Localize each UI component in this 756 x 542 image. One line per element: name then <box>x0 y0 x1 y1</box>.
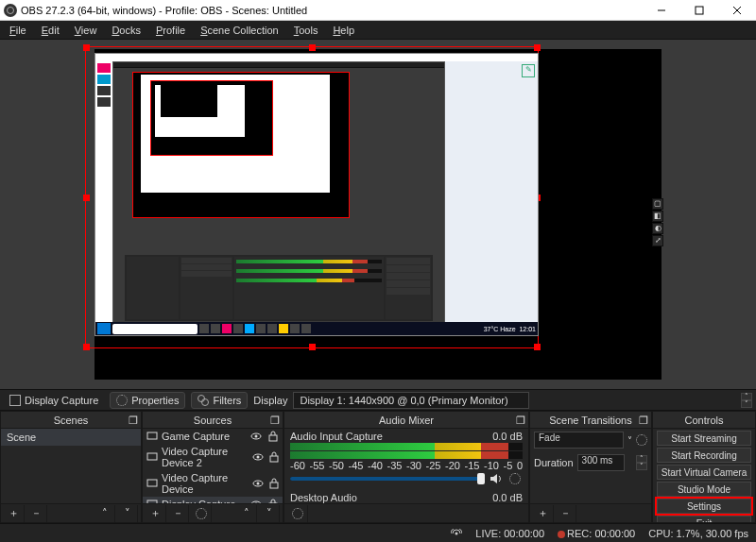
lock-toggle[interactable] <box>269 478 279 489</box>
lock-toggle[interactable] <box>267 431 279 442</box>
menu-docks[interactable]: Docks <box>104 25 148 36</box>
docks-row: Scenes❐ Scene ＋ － ˄ ˅ Sources❐ Game Capt… <box>0 410 756 523</box>
visibility-toggle[interactable] <box>252 451 264 463</box>
add-source-button[interactable]: ＋ <box>146 505 166 522</box>
minimize-button[interactable] <box>643 0 680 21</box>
start-virtual-camera-button[interactable]: Start Virtual Camera <box>657 465 751 480</box>
display-spinner[interactable]: ˄˅ <box>741 393 752 408</box>
svg-rect-8 <box>147 453 157 460</box>
source-item[interactable]: Display Capture <box>143 497 283 503</box>
source-item[interactable]: Video Capture Device 2 <box>143 444 283 470</box>
studio-mode-button[interactable]: Studio Mode <box>657 482 751 497</box>
remove-scene-button[interactable]: － <box>26 505 47 522</box>
start-streaming-button[interactable]: Start Streaming <box>657 431 751 446</box>
transitions-dock: Scene Transitions❐ Fade ˅ Duration 300 m… <box>529 411 652 523</box>
source-down-button[interactable]: ˅ <box>259 505 280 522</box>
source-type-icon <box>146 478 158 489</box>
menubar: File Edit View Docks Profile Scene Colle… <box>0 21 756 40</box>
menu-scene-collection[interactable]: Scene Collection <box>193 25 286 36</box>
popout-icon[interactable]: ❐ <box>128 415 139 426</box>
svg-point-26 <box>455 532 458 534</box>
menu-file[interactable]: File <box>2 25 34 36</box>
display-field-label: Display <box>253 395 287 406</box>
source-properties-button[interactable] <box>191 505 212 522</box>
svg-rect-11 <box>270 456 278 462</box>
preview-toolbar[interactable]: ▢◧◐⤢ <box>652 198 663 246</box>
gear-icon <box>116 395 128 406</box>
menu-view[interactable]: View <box>67 25 105 36</box>
svg-rect-15 <box>270 483 278 488</box>
preview-canvas[interactable]: ✎ <box>94 49 662 380</box>
svg-rect-1 <box>696 7 703 14</box>
display-select[interactable]: Display 1: 1440x900 @ 0,0 (Primary Monit… <box>293 392 529 409</box>
svg-rect-7 <box>269 435 277 441</box>
visibility-toggle[interactable] <box>250 431 262 442</box>
add-transition-button[interactable]: ＋ <box>533 505 554 522</box>
menu-help[interactable]: Help <box>325 25 362 36</box>
status-rec: REC: 00:00:00 <box>558 528 635 539</box>
mixer-title: Audio Mixer <box>379 415 434 426</box>
transition-settings-button[interactable] <box>636 434 647 446</box>
visibility-toggle[interactable] <box>252 478 264 489</box>
popout-icon[interactable]: ❐ <box>638 415 649 426</box>
window-titlebar: OBS 27.2.3 (64-bit, windows) - Profile: … <box>0 0 756 21</box>
source-item[interactable]: Video Capture Device <box>143 470 283 497</box>
svg-marker-24 <box>490 474 497 483</box>
properties-button[interactable]: Properties <box>110 392 185 409</box>
status-live: LIVE: 00:00:00 <box>475 528 544 539</box>
remove-transition-button[interactable]: － <box>556 505 576 522</box>
svg-point-18 <box>255 503 258 504</box>
source-up-button[interactable]: ˄ <box>236 505 257 522</box>
mixer-track: Desktop Audio0.0 dB-60-55-50-45-40-35-30… <box>284 490 528 503</box>
transition-type-select[interactable]: Fade <box>534 432 624 449</box>
obs-icon <box>4 4 17 17</box>
selected-source-label: Display Capture <box>25 395 98 406</box>
window-title: OBS 27.2.3 (64-bit, windows) - Profile: … <box>21 5 307 16</box>
svg-rect-4 <box>147 432 157 439</box>
add-scene-button[interactable]: ＋ <box>4 505 25 522</box>
popout-icon[interactable]: ❐ <box>269 415 281 426</box>
svg-rect-12 <box>147 480 157 486</box>
controls-title: Controls <box>685 415 724 426</box>
scenes-title: Scenes <box>54 415 89 426</box>
volume-slider[interactable] <box>290 477 485 481</box>
source-item[interactable]: Game Capture <box>143 429 283 444</box>
scene-down-button[interactable]: ˅ <box>117 505 138 522</box>
source-toolbar: Display Capture Properties Filters Displ… <box>0 389 756 410</box>
track-settings-button[interactable] <box>507 471 523 486</box>
duration-input[interactable]: 300 ms <box>577 454 625 471</box>
menu-tools[interactable]: Tools <box>286 25 326 36</box>
start-recording-button[interactable]: Start Recording <box>657 448 751 463</box>
duration-spinner[interactable]: ˄˅ <box>636 455 647 470</box>
mixer-track: Audio Input Capture0.0 dB-60-55-50-45-40… <box>284 429 528 490</box>
scenes-dock: Scenes❐ Scene ＋ － ˄ ˅ <box>0 411 142 523</box>
popout-icon[interactable]: ❐ <box>515 415 526 426</box>
menu-profile[interactable]: Profile <box>148 25 193 36</box>
duration-label: Duration <box>534 457 574 468</box>
scene-up-button[interactable]: ˄ <box>94 505 115 522</box>
settings-button[interactable]: Settings <box>657 499 751 514</box>
exit-button[interactable]: Exit <box>657 516 751 522</box>
visibility-toggle[interactable] <box>250 499 262 503</box>
source-type-icon <box>146 499 158 503</box>
sources-title: Sources <box>194 415 232 426</box>
audio-mixer-dock: Audio Mixer❐ Audio Input Capture0.0 dB-6… <box>284 411 529 523</box>
remove-source-button[interactable]: － <box>168 505 189 522</box>
source-type-icon <box>146 451 158 463</box>
close-button[interactable] <box>718 0 756 21</box>
signal-icon <box>451 529 462 538</box>
sources-dock: Sources❐ Game CaptureVideo Capture Devic… <box>142 411 284 523</box>
display-icon <box>9 395 21 406</box>
mixer-settings-button[interactable] <box>287 505 308 522</box>
svg-point-14 <box>256 483 259 485</box>
filters-button[interactable]: Filters <box>191 392 248 409</box>
menu-edit[interactable]: Edit <box>34 25 67 36</box>
svg-point-6 <box>255 435 258 438</box>
status-cpu: CPU: 1.7%, 30.00 fps <box>648 528 748 539</box>
lock-toggle[interactable] <box>269 451 279 463</box>
lock-toggle[interactable] <box>267 499 279 503</box>
scene-item[interactable]: Scene <box>1 429 141 446</box>
preview-area[interactable]: ✎ <box>0 40 756 389</box>
maximize-button[interactable] <box>680 0 718 21</box>
mute-button[interactable] <box>489 471 504 486</box>
